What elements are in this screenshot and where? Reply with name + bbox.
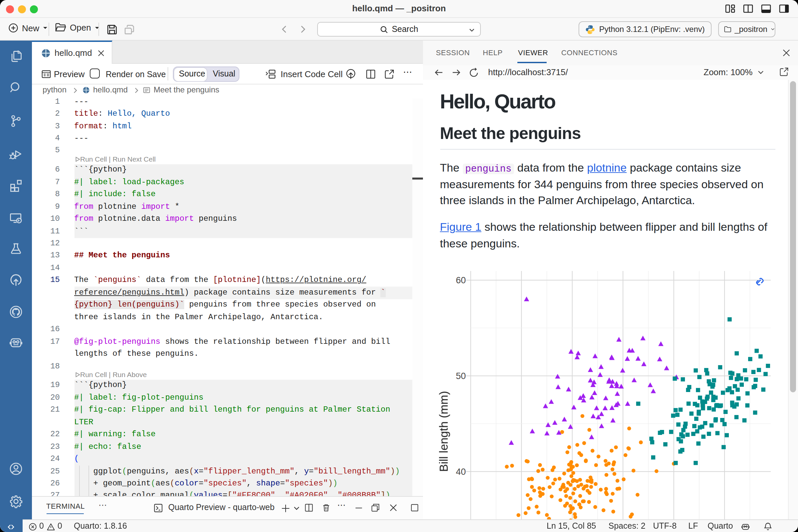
svg-text:40: 40 — [456, 467, 466, 477]
svg-text:60: 60 — [456, 275, 466, 285]
svg-text:Bill length (mm): Bill length (mm) — [437, 391, 450, 472]
svg-text:50: 50 — [456, 371, 466, 381]
